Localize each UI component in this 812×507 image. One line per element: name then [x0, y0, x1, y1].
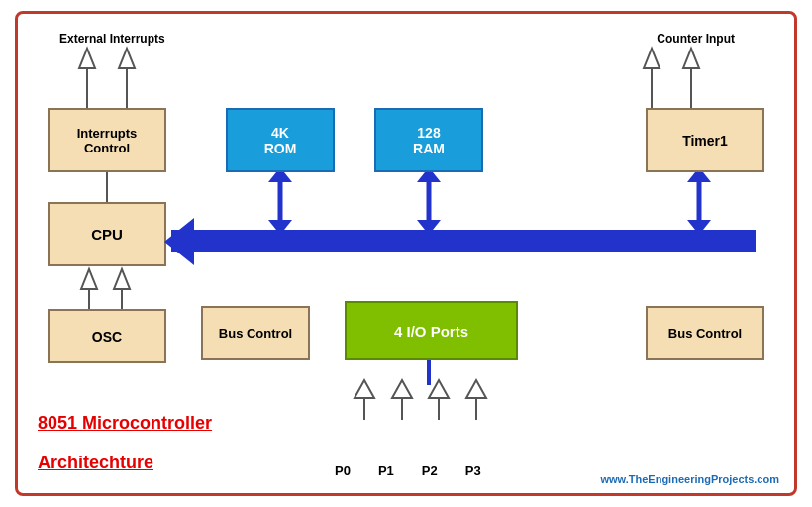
port-p3: P3 [465, 463, 481, 478]
port-p2: P2 [422, 463, 438, 478]
main-diagram: External Interrupts Counter Input Interr… [15, 11, 797, 496]
ram-box: 128 RAM [374, 108, 483, 172]
bus-to-cpu-arrow [164, 218, 194, 265]
ext-interrupts-label: External Interrupts [59, 32, 165, 46]
title-line2: Architechture [38, 453, 153, 473]
osc-box: OSC [48, 309, 166, 363]
horizontal-bus [171, 230, 756, 252]
svg-marker-4 [644, 49, 660, 68]
svg-marker-12 [114, 269, 130, 289]
svg-marker-27 [429, 380, 449, 398]
counter-input-label: Counter Input [657, 32, 735, 46]
website-label: www.TheEngineeringProjects.com [600, 473, 779, 485]
port-labels: P0 P1 P2 P3 [335, 463, 481, 478]
rom-box: 4K ROM [226, 108, 335, 172]
svg-marker-23 [355, 380, 374, 398]
svg-marker-29 [466, 380, 486, 398]
svg-marker-0 [79, 49, 95, 68]
svg-marker-25 [392, 380, 412, 398]
bus-control-left-box: Bus Control [201, 306, 310, 360]
cpu-box: CPU [48, 202, 166, 266]
bus-control-right-box: Bus Control [646, 306, 764, 360]
svg-marker-10 [81, 269, 97, 289]
interrupts-control-box: Interrupts Control [48, 108, 166, 172]
io-ports-box: 4 I/O Ports [345, 301, 518, 360]
port-p0: P0 [335, 463, 351, 478]
title-line1: 8051 Microcontroller [38, 413, 212, 434]
timer-box: Timer1 [646, 108, 764, 172]
svg-marker-2 [119, 49, 135, 68]
svg-marker-6 [683, 49, 699, 68]
port-p1: P1 [378, 463, 394, 478]
